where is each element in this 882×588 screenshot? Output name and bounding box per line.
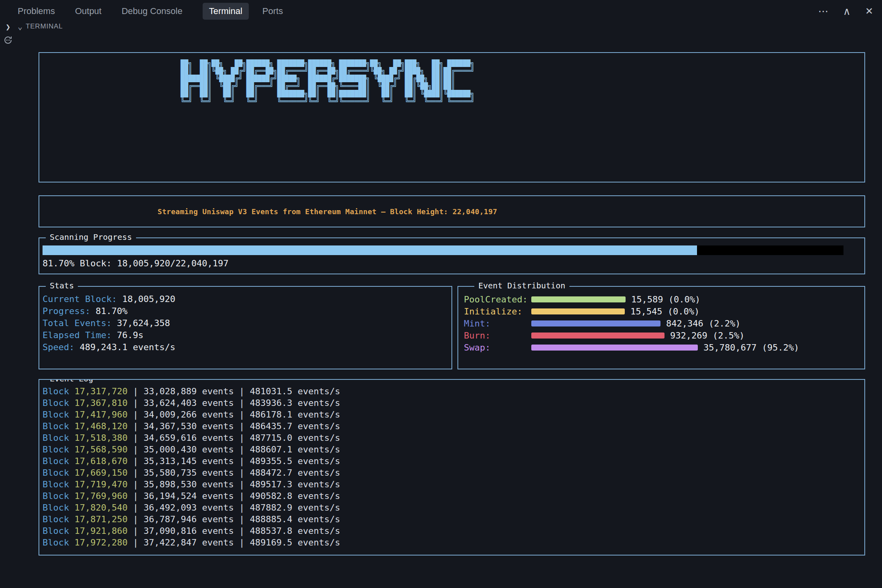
stream-info-box: Streaming Uniswap V3 Events from Ethereu…	[39, 195, 865, 227]
panel-actions: ⋯ ∧ ✕	[818, 6, 873, 16]
distribution-row: Initialize: 15,545 (0.0%)	[464, 305, 864, 317]
stat-row: Elapsed Time:76.9s	[43, 329, 451, 341]
stat-value: 81.70%	[90, 306, 127, 316]
stat-value: 37,624,358	[112, 318, 170, 328]
banner-box: ██╗ ██╗██╗ ██╗██████╗ ███████╗██████╗ ██…	[39, 52, 865, 182]
log-row: Block 17,468,120 | 34,367,530 events | 4…	[43, 420, 864, 432]
log-row: Block 17,367,810 | 33,624,403 events | 4…	[43, 397, 864, 409]
distribution-value: 15,545 (0.0%)	[625, 306, 699, 316]
distribution-value: 35,780,677 (95.2%)	[698, 343, 799, 353]
log-row: Block 17,871,250 | 36,787,946 events | 4…	[43, 513, 864, 525]
progress-bar-track	[43, 245, 843, 255]
log-row: Block 17,317,720 | 33,028,889 events | 4…	[43, 385, 864, 397]
stat-row: Total Events:37,624,358	[43, 317, 451, 329]
stat-label: Total Events:	[43, 318, 112, 328]
terminal-caption-label: TERMINAL	[26, 22, 63, 30]
distribution-bar	[531, 308, 625, 314]
stats-box: Stats Current Block:18,005,920 Progress:…	[39, 286, 452, 369]
tab-debug-console[interactable]: Debug Console	[122, 6, 183, 16]
maximize-panel-icon[interactable]: ∧	[843, 6, 851, 16]
stats-distribution-row: Stats Current Block:18,005,920 Progress:…	[39, 286, 865, 369]
log-row: Block 17,417,960 | 34,009,266 events | 4…	[43, 409, 864, 420]
log-row: Block 17,972,280 | 37,422,847 events | 4…	[43, 537, 864, 548]
distribution-label: PoolCreated:	[464, 294, 531, 304]
distribution-bar	[531, 320, 660, 326]
progress-bar-fill	[43, 245, 697, 255]
stat-row: Speed:489,243.1 events/s	[43, 341, 451, 353]
stat-label: Progress:	[43, 306, 90, 316]
scanning-progress-title: Scanning Progress	[46, 232, 136, 242]
stats-title: Stats	[46, 281, 78, 290]
stat-row: Current Block:18,005,920	[43, 293, 451, 305]
progress-status-text: 81.70% Block: 18,005,920/22,040,197	[39, 258, 864, 268]
event-distribution-box: Event Distribution PoolCreated: 15,589 (…	[457, 286, 865, 369]
event-log-title: Event Log	[46, 379, 97, 383]
stat-value: 76.9s	[112, 330, 143, 340]
sync-icon[interactable]	[3, 35, 13, 47]
more-actions-icon[interactable]: ⋯	[818, 6, 829, 16]
chevron-down-icon[interactable]: ⌄	[18, 22, 22, 30]
event-distribution-title: Event Distribution	[474, 281, 569, 290]
event-log-box: Event Log Block 17,317,720 | 33,028,889 …	[39, 379, 865, 556]
log-row: Block 17,669,150 | 35,580,735 events | 4…	[43, 467, 864, 479]
distribution-row: PoolCreated: 15,589 (0.0%)	[464, 293, 864, 305]
distribution-label: Swap:	[464, 343, 531, 353]
tab-output[interactable]: Output	[75, 6, 102, 16]
scanning-progress-box: Scanning Progress 81.70% Block: 18,005,9…	[39, 237, 865, 274]
stat-value: 18,005,920	[117, 294, 175, 304]
log-row: Block 17,618,670 | 35,313,145 events | 4…	[43, 455, 864, 467]
distribution-bar	[531, 296, 626, 302]
stat-value: 489,243.1 events/s	[74, 342, 175, 352]
log-row: Block 17,568,590 | 35,000,430 events | 4…	[43, 444, 864, 455]
distribution-bar	[531, 333, 665, 339]
log-row: Block 17,719,470 | 35,898,530 events | 4…	[43, 479, 864, 490]
chevron-right-icon[interactable]: ❯	[6, 22, 10, 32]
stat-label: Current Block:	[43, 294, 117, 304]
distribution-value: 842,346 (2.2%)	[660, 318, 740, 328]
hypersync-ascii-banner: ██╗ ██╗██╗ ██╗██████╗ ███████╗██████╗ ██…	[181, 59, 474, 105]
distribution-label: Burn:	[464, 330, 531, 341]
distribution-value: 932,269 (2.5%)	[665, 330, 744, 341]
close-panel-icon[interactable]: ✕	[865, 6, 873, 16]
log-row: Block 17,769,960 | 36,194,524 events | 4…	[43, 490, 864, 502]
panel-tabbar: Problems Output Debug Console Terminal P…	[0, 0, 882, 22]
distribution-row: Burn: 932,269 (2.5%)	[464, 329, 864, 341]
distribution-label: Mint:	[464, 318, 531, 328]
distribution-row: Mint: 842,346 (2.2%)	[464, 317, 864, 329]
distribution-label: Initialize:	[464, 306, 531, 316]
log-row: Block 17,921,860 | 37,090,816 events | 4…	[43, 525, 864, 537]
tab-problems[interactable]: Problems	[18, 6, 55, 16]
distribution-row: Swap: 35,780,677 (95.2%)	[464, 341, 864, 353]
terminal-content: ██╗ ██╗██╗ ██╗██████╗ ███████╗██████╗ ██…	[39, 52, 865, 556]
stat-label: Elapsed Time:	[43, 330, 112, 340]
log-row: Block 17,518,380 | 34,659,616 events | 4…	[43, 432, 864, 444]
tab-terminal[interactable]: Terminal	[203, 3, 249, 20]
distribution-value: 15,589 (0.0%)	[626, 294, 700, 304]
log-row: Block 17,820,540 | 36,492,093 events | 4…	[43, 502, 864, 513]
stat-label: Speed:	[43, 342, 74, 352]
terminal-caption[interactable]: ⌄ TERMINAL	[18, 22, 63, 30]
stream-info-text: Streaming Uniswap V3 Events from Ethereu…	[158, 207, 497, 216]
tab-ports[interactable]: Ports	[262, 6, 283, 16]
stat-row: Progress:81.70%	[43, 305, 451, 317]
distribution-bar	[531, 345, 698, 351]
